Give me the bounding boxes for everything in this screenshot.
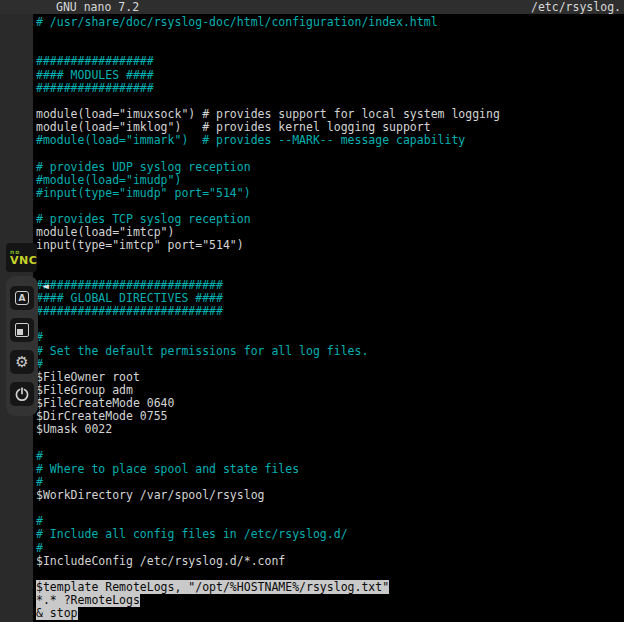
extra-keys-button[interactable]: A — [10, 286, 34, 310]
editor-line: $Umask 0022 — [36, 423, 624, 436]
power-icon — [13, 385, 31, 403]
editor-line: & stop — [36, 607, 624, 620]
editor-line: #module(load="immark") # provides --MARK… — [36, 134, 624, 147]
keyboard-a-icon: A — [15, 291, 29, 305]
editor-line: # Where to place spool and state files — [36, 463, 624, 476]
novnc-logo-vnc: VNC — [10, 255, 37, 266]
editor-line: $WorkDirectory /var/spool/rsyslog — [36, 489, 624, 502]
nano-titlebar: GNU nano 7.2 /etc/rsyslog. — [0, 0, 624, 14]
editor-line: input(type="imtcp" port="514") — [36, 239, 624, 252]
panel-collapse-handle[interactable]: ◄ — [42, 281, 49, 291]
novnc-logo-tab[interactable]: no VNC — [6, 243, 37, 272]
editor-lines: # /usr/share/doc/rsyslog-doc/html/config… — [36, 16, 624, 620]
novnc-control-panel: A ⚙ — [6, 276, 38, 416]
nano-filename: /etc/rsyslog. — [531, 0, 621, 14]
editor-line — [36, 318, 624, 331]
power-button[interactable] — [10, 382, 34, 406]
editor-line — [36, 437, 624, 450]
editor-line: # Include all config files in /etc/rsysl… — [36, 528, 624, 541]
editor-line: # /usr/share/doc/rsyslog-doc/html/config… — [36, 16, 624, 29]
editor-line — [36, 29, 624, 42]
editor-line: $DirCreateMode 0755 — [36, 410, 624, 423]
editor-line — [36, 502, 624, 515]
editor-line: #input(type="imudp" port="514") — [36, 187, 624, 200]
settings-button[interactable]: ⚙ — [10, 350, 34, 374]
gear-icon: ⚙ — [15, 355, 28, 370]
editor-line: ################# — [36, 82, 624, 95]
fullscreen-button[interactable] — [10, 318, 34, 342]
editor-line: $IncludeConfig /etc/rsyslog.d/*.conf — [36, 555, 624, 568]
fullscreen-icon — [15, 323, 29, 337]
editor-line: ########################### — [36, 305, 624, 318]
editor-line: *.* ?RemoteLogs — [36, 594, 624, 607]
terminal[interactable]: # /usr/share/doc/rsyslog-doc/html/config… — [33, 14, 624, 622]
editor-line: # Set the default permissions for all lo… — [36, 345, 624, 358]
editor-line — [36, 253, 624, 266]
nano-app-title: GNU nano 7.2 — [56, 0, 139, 14]
